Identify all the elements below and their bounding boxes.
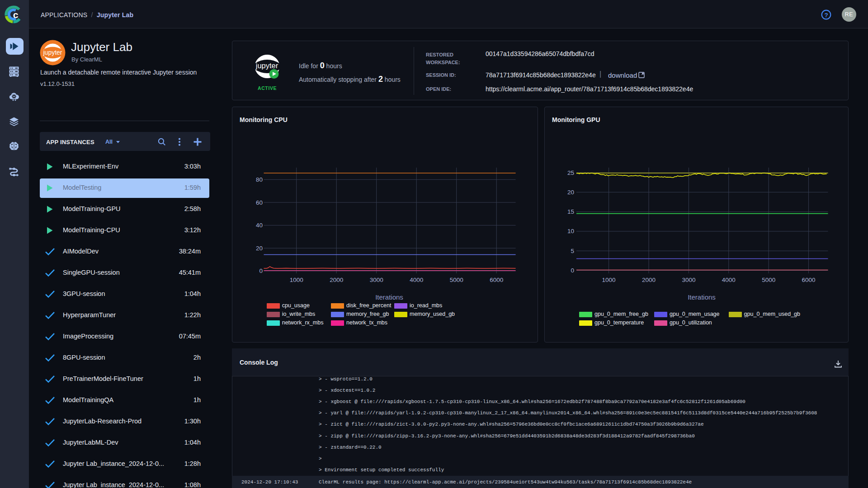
svg-text:?: ? <box>824 12 828 19</box>
svg-text:2000: 2000 <box>642 277 656 283</box>
svg-text:6000: 6000 <box>490 277 503 283</box>
svg-text:Iterations: Iterations <box>688 293 716 301</box>
svg-text:jupyter: jupyter <box>255 61 278 70</box>
svg-text:20: 20 <box>567 189 574 196</box>
svg-text:Iterations: Iterations <box>375 293 403 301</box>
svg-text:15: 15 <box>567 208 574 215</box>
svg-text:2000: 2000 <box>330 277 343 283</box>
svg-text:60: 60 <box>256 199 263 206</box>
svg-text:4000: 4000 <box>722 277 736 283</box>
svg-text:5: 5 <box>571 248 574 254</box>
svg-text:1000: 1000 <box>290 277 303 283</box>
svg-text:3000: 3000 <box>370 277 383 283</box>
svg-text:jupyter: jupyter <box>42 49 62 56</box>
svg-text:3000: 3000 <box>682 277 695 283</box>
svg-text:5000: 5000 <box>450 277 463 283</box>
svg-text:1000: 1000 <box>602 277 616 283</box>
svg-text:c: c <box>13 9 19 20</box>
svg-text:6000: 6000 <box>802 277 816 283</box>
svg-text:5000: 5000 <box>762 277 775 283</box>
svg-text:40: 40 <box>256 222 263 229</box>
svg-text:0: 0 <box>571 267 574 274</box>
svg-text:4000: 4000 <box>410 277 423 283</box>
svg-text:80: 80 <box>256 176 263 183</box>
svg-text:10: 10 <box>567 228 574 235</box>
svg-text:20: 20 <box>256 245 263 252</box>
svg-text:0: 0 <box>259 267 263 274</box>
svg-text:25: 25 <box>567 169 574 176</box>
